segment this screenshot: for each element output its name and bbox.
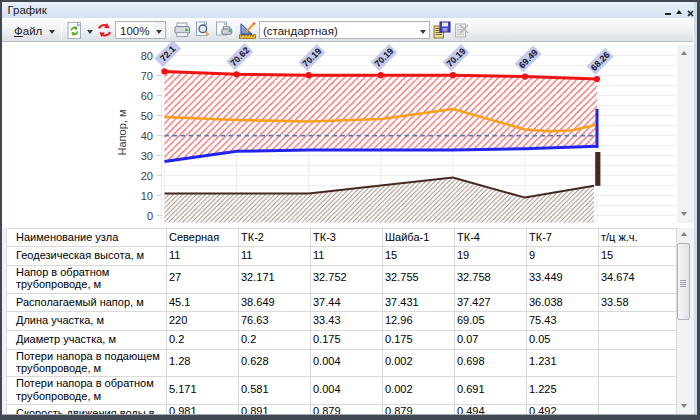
svg-text:80: 80 bbox=[141, 50, 153, 62]
svg-text:20: 20 bbox=[141, 170, 153, 182]
svg-text:10: 10 bbox=[141, 190, 153, 202]
svg-text:0: 0 bbox=[147, 210, 153, 222]
svg-text:70: 70 bbox=[141, 70, 153, 82]
svg-text:40: 40 bbox=[141, 130, 153, 142]
svg-text:Напор, м: Напор, м bbox=[116, 110, 128, 156]
svg-text:50: 50 bbox=[141, 110, 153, 122]
svg-text:30: 30 bbox=[141, 150, 153, 162]
svg-text:60: 60 bbox=[141, 90, 153, 102]
